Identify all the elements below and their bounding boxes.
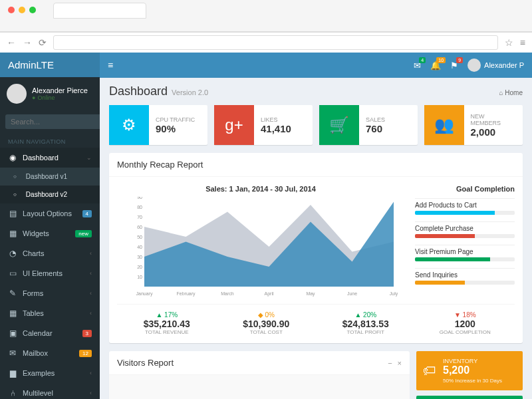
svg-text:70: 70 <box>137 215 142 219</box>
breadcrumb[interactable]: ⌂ Home <box>499 89 523 96</box>
recap-panel: Monthly Recap Report Sales: 1 Jan, 2014 … <box>109 153 523 343</box>
sidebar-item-examples[interactable]: ▆ Examples ‹ <box>0 363 100 383</box>
user-status: Online <box>32 94 88 101</box>
table-icon: ▦ <box>8 309 17 318</box>
hamburger-icon[interactable]: ≡ <box>108 60 113 70</box>
mail-icon[interactable]: ✉4 <box>414 61 421 70</box>
sidebar-item-calendar[interactable]: ▣ Calendar 3 <box>0 323 100 343</box>
svg-text:20: 20 <box>137 265 142 269</box>
gear-icon: ⚙ <box>109 105 149 145</box>
mentions-card[interactable]: ▮▮▮ MENTIONS <box>416 396 523 399</box>
nav-label: Mailbox <box>23 349 48 357</box>
nav-label: Dashboard <box>23 154 59 162</box>
nav-label: Forms <box>23 289 43 297</box>
window-min-dot[interactable] <box>19 7 25 13</box>
svg-text:60: 60 <box>137 225 142 229</box>
browser-tab[interactable] <box>53 3 146 19</box>
stat-row: ⚙ CPU TRAFFIC90% g+ LIKES41,410 🛒 SALES7… <box>109 105 523 145</box>
share-icon: ⑃ <box>8 388 17 398</box>
envelope-icon: ✉ <box>8 348 17 358</box>
window-max-dot[interactable] <box>29 7 36 13</box>
sidebar-item-dashboard[interactable]: ◉ Dashboard ⌄ <box>0 148 100 168</box>
svg-text:January: January <box>136 291 153 297</box>
avatar <box>7 84 27 104</box>
back-icon[interactable]: ← <box>7 37 16 48</box>
dashboard-icon: ◉ <box>8 153 17 162</box>
goal-item: Send Inquiries <box>415 268 515 285</box>
bell-icon[interactable]: 🔔10 <box>430 61 441 70</box>
sidebar-item-charts[interactable]: ◔ Charts ‹ <box>0 243 100 263</box>
chart-title: Sales: 1 Jan, 2014 - 30 Jul, 2014 <box>117 185 404 193</box>
calendar-icon: ▣ <box>8 329 17 338</box>
chevron-left-icon: ‹ <box>90 250 92 257</box>
chevron-left-icon: ‹ <box>90 370 92 376</box>
brand-logo[interactable]: AdminLTE <box>0 53 100 77</box>
flag-icon[interactable]: ⚑9 <box>450 61 458 70</box>
url-bar: ← → ⟳ ☆ ≡ <box>0 32 532 53</box>
sidebar-item-mailbox[interactable]: ✉ Mailbox 12 <box>0 343 100 363</box>
sidebar-item-layout[interactable]: ▤ Layout Options 4 <box>0 203 100 223</box>
sales-chart: 102030405060708090JanuaryFebruaryMarchAp… <box>117 197 404 297</box>
topbar-user[interactable]: Alexander P <box>467 59 524 72</box>
svg-text:April: April <box>264 291 273 297</box>
nav-label: Multilevel <box>23 389 53 397</box>
stat-members[interactable]: 👥 NEW MEMBERS2,000 <box>424 105 523 145</box>
visitors-panel: Visitors Report − × <box>109 351 410 399</box>
page-subtitle: Version 2.0 <box>172 88 208 96</box>
nav-label: UI Elements <box>23 269 63 277</box>
folder-icon: ▆ <box>8 368 17 378</box>
total-cell: ▼ 18%1200GOAL COMPLETION <box>416 311 515 335</box>
sidebar-item-multilevel[interactable]: ⑃ Multilevel ‹ <box>0 383 100 399</box>
chevron-left-icon: ‹ <box>90 390 92 396</box>
svg-text:May: May <box>306 291 315 297</box>
users-icon: 👥 <box>424 105 464 145</box>
stat-cpu[interactable]: ⚙ CPU TRAFFIC90% <box>109 105 207 145</box>
address-input[interactable] <box>53 35 498 50</box>
goal-title: Goal Completion <box>415 185 515 193</box>
browser-chrome <box>0 0 532 32</box>
minus-icon[interactable]: − <box>388 359 392 367</box>
user-panel[interactable]: Alexander Pierce Online <box>0 77 100 110</box>
sidebar-item-dashboard-v1[interactable]: Dashboard v1 <box>0 168 100 186</box>
goal-item: Complete Purchase <box>415 221 515 238</box>
badge: 3 <box>82 330 92 337</box>
star-icon[interactable]: ☆ <box>505 37 513 48</box>
sidebar-item-ui[interactable]: ▭ UI Elements ‹ <box>0 263 100 283</box>
nav-header: MAIN NAVIGATION <box>0 133 100 148</box>
svg-text:50: 50 <box>137 235 142 239</box>
laptop-icon: ▭ <box>8 269 17 278</box>
svg-text:June: June <box>347 291 357 296</box>
sidebar-item-forms[interactable]: ✎ Forms ‹ <box>0 283 100 303</box>
sidebar-item-widgets[interactable]: ▦ Widgets new <box>0 223 100 243</box>
page-title: Dashboard <box>109 84 168 98</box>
nav-label: Tables <box>23 309 44 317</box>
svg-text:30: 30 <box>137 255 142 259</box>
panel-title: Monthly Recap Report <box>117 160 203 170</box>
stat-sales[interactable]: 🛒 SALES760 <box>319 105 418 145</box>
world-map[interactable] <box>109 375 410 399</box>
sidebar-item-dashboard-v2[interactable]: Dashboard v2 <box>0 186 100 203</box>
gplus-icon: g+ <box>214 105 254 145</box>
svg-text:July: July <box>390 291 398 297</box>
stat-likes[interactable]: g+ LIKES41,410 <box>214 105 313 145</box>
window-close-dot[interactable] <box>8 7 15 13</box>
menu-icon[interactable]: ≡ <box>520 37 525 48</box>
close-icon[interactable]: × <box>398 359 402 367</box>
nav-label: Widgets <box>23 229 49 237</box>
nav-label: Layout Options <box>23 209 72 217</box>
svg-text:10: 10 <box>137 275 142 279</box>
svg-text:March: March <box>221 291 234 296</box>
nav-label: Charts <box>23 249 44 257</box>
total-cell: ▲ 20%$24,813.53TOTAL PROFIT <box>316 311 416 335</box>
nav-label: Calendar <box>23 329 53 337</box>
search-input[interactable] <box>5 114 100 129</box>
reload-icon[interactable]: ⟳ <box>39 37 47 48</box>
total-cell: ◆ 0%$10,390.90TOTAL COST <box>217 311 317 335</box>
badge: 4 <box>82 210 92 217</box>
user-name: Alexander P <box>484 61 524 69</box>
badge: 12 <box>79 350 92 357</box>
forward-icon[interactable]: → <box>23 37 32 48</box>
inventory-card[interactable]: 🏷 INVENTORY 5,200 50% Increase in 30 Day… <box>416 351 523 390</box>
sidebar-item-tables[interactable]: ▦ Tables ‹ <box>0 303 100 323</box>
th-icon: ▦ <box>8 229 17 238</box>
